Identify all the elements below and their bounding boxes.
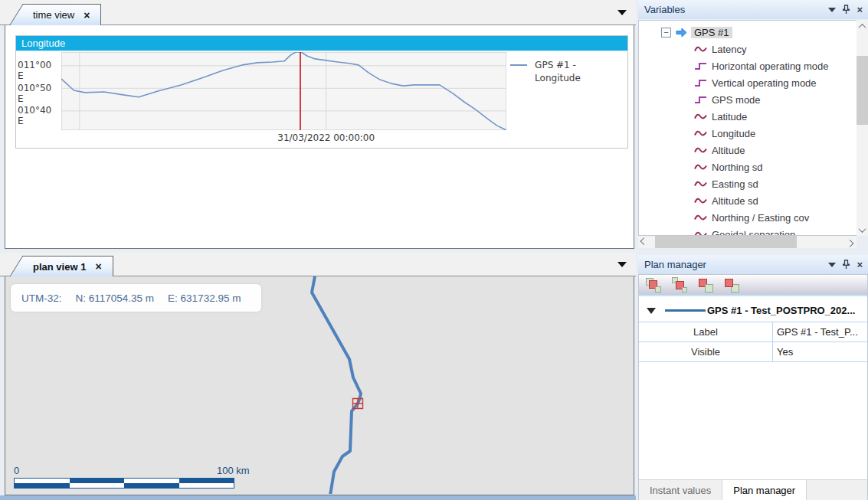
plan-manager-title: Plan manager xyxy=(644,259,822,270)
tab-list-dropdown-icon[interactable] xyxy=(617,262,627,267)
y-tick-label: 011°00 E xyxy=(18,60,58,81)
close-icon[interactable]: × xyxy=(95,260,101,273)
variables-title: Variables xyxy=(644,4,822,15)
close-icon[interactable]: × xyxy=(857,4,863,15)
scroll-down-icon[interactable] xyxy=(857,224,868,236)
property-row-label: LabelGPS #1 - Test_P... xyxy=(639,322,867,342)
variable-item-gps-mode[interactable]: GPS mode xyxy=(639,91,857,108)
send-to-back-icon[interactable] xyxy=(697,276,716,295)
variable-label: Latitude xyxy=(712,111,747,123)
property-key: Label xyxy=(639,322,773,342)
scrollbar-thumb[interactable] xyxy=(857,56,868,125)
step-icon xyxy=(694,62,707,70)
scroll-up-icon[interactable] xyxy=(857,20,868,32)
variable-label: Vertical operating mode xyxy=(712,77,817,89)
wave-icon xyxy=(694,163,707,172)
tab-plan-manager[interactable]: Plan manager xyxy=(722,480,807,500)
legend-line-sample xyxy=(510,64,527,66)
legend-series-label: GPS #1 - Longitude xyxy=(535,59,594,85)
panel-menu-icon[interactable] xyxy=(828,8,836,12)
variables-panel: Variables × − GPS #1 LatencyHorizontal o… xyxy=(638,0,868,250)
variable-label: Longitude xyxy=(712,128,755,139)
property-value[interactable]: Yes xyxy=(773,342,867,361)
close-icon[interactable]: × xyxy=(84,9,90,21)
scroll-left-icon[interactable] xyxy=(638,236,650,248)
tab-time-view-label: time view xyxy=(33,9,74,21)
y-tick-label: 010°40 E xyxy=(18,105,58,126)
variable-label: Latency xyxy=(712,44,747,55)
remove-plan-icon[interactable] xyxy=(671,276,689,295)
plan-view-map[interactable]: UTM-32: N: 6117054.35 m E: 631732.95 m 0… xyxy=(5,276,634,495)
plan-manager-body: GPS #1 - Test_POSTPRO_202... LabelGPS #1… xyxy=(638,274,868,500)
coordinate-readout: UTM-32: N: 6117054.35 m E: 631732.95 m xyxy=(11,284,261,312)
variable-item-northing-easting-cov[interactable]: Northing / Easting cov xyxy=(639,209,857,226)
variable-item-altitude-sd[interactable]: Altitude sd xyxy=(639,192,857,209)
tab-plan-view-1[interactable]: plan view 1 × xyxy=(25,256,113,276)
tab-list-dropdown-icon[interactable] xyxy=(617,10,627,15)
plan-manager-header: Plan manager × xyxy=(638,255,868,274)
wave-icon xyxy=(694,180,707,188)
bring-to-front-icon[interactable] xyxy=(723,276,742,295)
x-axis-tick-label: 31/03/2022 00:00:00 xyxy=(277,132,375,143)
wave-icon xyxy=(694,230,707,237)
wave-icon xyxy=(694,214,707,222)
variable-item-latitude[interactable]: Latitude xyxy=(639,108,857,125)
variables-horizontal-scrollbar[interactable] xyxy=(638,236,857,248)
variables-vertical-scrollbar[interactable] xyxy=(857,20,868,236)
chart-plot-area[interactable] xyxy=(61,52,506,130)
variable-item-easting-sd[interactable]: Easting sd xyxy=(639,175,857,192)
variable-item-latency[interactable]: Latency xyxy=(639,41,857,57)
variable-label: Northing / Easting cov xyxy=(712,212,809,224)
layer-properties-table: LabelGPS #1 - Test_P...VisibleYes xyxy=(639,322,867,362)
northing-value: N: 6117054.35 m xyxy=(76,292,155,304)
property-value[interactable]: GPS #1 - Test_P... xyxy=(773,322,867,342)
variable-item-longitude[interactable]: Longitude xyxy=(639,125,857,142)
tab-time-view[interactable]: time view × xyxy=(25,4,101,25)
scrollbar-thumb[interactable] xyxy=(655,236,797,248)
arrow-right-icon xyxy=(676,28,687,38)
tree-root-label: GPS #1 xyxy=(691,27,732,38)
tree-item-gps-1[interactable]: − GPS #1 xyxy=(639,24,857,41)
scalebar-start-label: 0 xyxy=(14,465,19,476)
wave-icon xyxy=(694,113,707,121)
pin-icon[interactable] xyxy=(842,5,850,15)
variable-label: Northing sd xyxy=(712,162,762,173)
add-plan-icon[interactable] xyxy=(645,276,663,295)
y-tick-label: 010°50 E xyxy=(18,83,58,104)
wave-icon xyxy=(694,197,707,205)
datum-label: UTM-32: xyxy=(21,292,62,304)
variable-label: Horizontal operating mode xyxy=(712,60,828,72)
chart-body: 011°00 E010°50 E010°40 E 31/03/2022 00:0… xyxy=(16,51,627,148)
variable-label: Altitude sd xyxy=(712,195,758,207)
longitude-chart: Longitude 011°00 E010°50 E010°40 E 31/03… xyxy=(15,35,628,149)
tab-instant-values[interactable]: Instant values xyxy=(639,480,722,500)
step-icon xyxy=(694,79,707,87)
variable-item-vertical-operating-mode[interactable]: Vertical operating mode xyxy=(639,74,857,91)
scalebar-end-label: 100 km xyxy=(217,465,250,476)
plan-view-tabstrip: plan view 1 × xyxy=(0,253,636,276)
bottom-tab-bar: Instant valuesPlan manager xyxy=(639,479,867,500)
wave-icon xyxy=(694,45,707,54)
variable-item-altitude[interactable]: Altitude xyxy=(639,142,857,158)
variable-label: Geoidal separation xyxy=(712,229,795,237)
plan-layer-row[interactable]: GPS #1 - Test_POSTPRO_202... xyxy=(639,300,867,321)
close-icon[interactable]: × xyxy=(857,259,863,270)
scroll-right-icon[interactable] xyxy=(844,236,856,248)
chart-title: Longitude xyxy=(16,36,627,51)
map-scalebar: 0 100 km xyxy=(14,465,259,489)
collapse-triangle-icon[interactable] xyxy=(647,308,656,314)
panel-menu-icon[interactable] xyxy=(828,263,836,267)
variable-item-geoidal-separation[interactable]: Geoidal separation xyxy=(639,226,857,236)
layer-line-sample xyxy=(665,309,706,312)
variable-label: GPS mode xyxy=(712,94,761,106)
plan-manager-toolbar xyxy=(639,276,867,296)
property-key: Visible xyxy=(639,342,773,361)
collapse-toggle-icon[interactable]: − xyxy=(661,28,671,38)
time-view-tabstrip: time view × xyxy=(0,0,636,25)
variable-item-northing-sd[interactable]: Northing sd xyxy=(639,158,857,175)
pin-icon[interactable] xyxy=(842,260,850,270)
variable-item-horizontal-operating-mode[interactable]: Horizontal operating mode xyxy=(639,57,857,74)
application-window: time view × Longitude 011°00 E010°50 E01… xyxy=(0,0,868,500)
gps-track-line xyxy=(312,276,361,494)
wave-icon xyxy=(694,129,707,138)
